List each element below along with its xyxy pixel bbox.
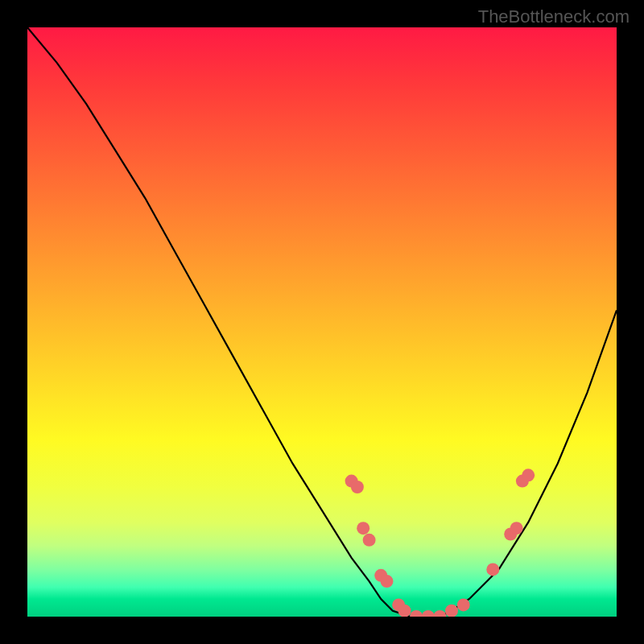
curve-markers (345, 469, 535, 617)
bottleneck-curve (27, 27, 617, 617)
data-marker (486, 563, 499, 576)
data-marker (422, 610, 435, 617)
data-marker (457, 598, 470, 611)
data-marker (398, 605, 411, 617)
bottleneck-curve-svg (27, 27, 617, 617)
data-marker (433, 610, 446, 617)
data-marker (363, 534, 376, 547)
data-marker (381, 575, 394, 588)
data-marker (357, 522, 369, 535)
data-marker (445, 605, 458, 617)
plot-area (27, 27, 617, 617)
data-marker (410, 610, 423, 617)
watermark-text: TheBottleneck.com (478, 6, 630, 27)
data-marker (351, 481, 364, 493)
data-marker (522, 469, 535, 481)
chart-container: TheBottleneck.com (0, 0, 644, 644)
data-marker (510, 522, 523, 535)
